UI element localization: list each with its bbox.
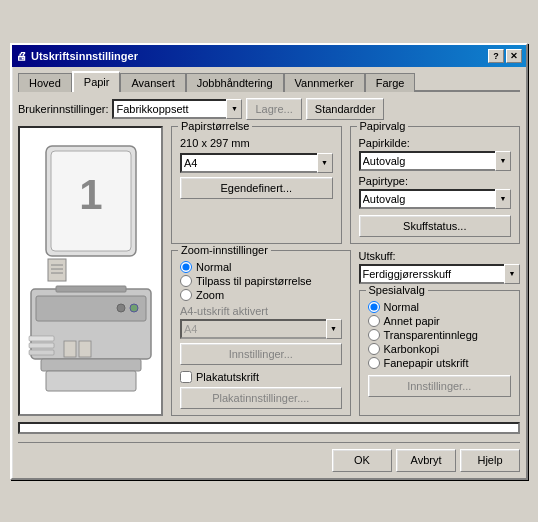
zoom-normal-label[interactable]: Normal bbox=[180, 261, 342, 273]
tab-avansert[interactable]: Avansert bbox=[120, 73, 185, 92]
close-button[interactable]: ✕ bbox=[506, 49, 522, 63]
special-transparency-radio[interactable] bbox=[368, 329, 380, 341]
special-group: Spesialvalg Normal Annet papir bbox=[359, 290, 521, 416]
special-carbon-label[interactable]: Karbonkopi bbox=[368, 343, 512, 355]
title-bar-buttons: ? ✕ bbox=[488, 49, 522, 63]
special-options: Normal Annet papir Transparentinnlegg bbox=[368, 301, 512, 369]
zoom-fit-label[interactable]: Tilpass til papirstørrelse bbox=[180, 275, 342, 287]
zoom-zoom-radio[interactable] bbox=[180, 289, 192, 301]
tab-jobbhandtering[interactable]: Jobbhåndtering bbox=[186, 73, 284, 92]
tab-bar: Hoved Papir Avansert Jobbhåndtering Vann… bbox=[18, 71, 520, 92]
bottom-bar: OK Avbryt Hjelp bbox=[18, 442, 520, 472]
source-select-wrapper: Autovalg ▼ bbox=[359, 151, 512, 171]
cancel-button[interactable]: Avbryt bbox=[396, 449, 456, 472]
output-tray-select[interactable]: Ferdiggjørersskuff bbox=[359, 264, 521, 284]
svg-text:1: 1 bbox=[79, 171, 102, 218]
special-normal-text: Normal bbox=[384, 301, 419, 313]
printer-svg: 1 bbox=[26, 141, 156, 401]
zoom-group: Zoom-innstillinger Normal Tilpass til pa… bbox=[171, 250, 351, 416]
svg-rect-11 bbox=[29, 336, 54, 341]
middle-row: Zoom-innstillinger Normal Tilpass til pa… bbox=[171, 250, 520, 416]
special-carbon-text: Karbonkopi bbox=[384, 343, 440, 355]
source-select[interactable]: Autovalg bbox=[359, 151, 512, 171]
main-body: 1 bbox=[18, 126, 520, 416]
right-panel: Papirstørrelse 210 x 297 mm A4 ▼ Egendef… bbox=[171, 126, 520, 416]
save-button[interactable]: Lagre... bbox=[246, 98, 301, 120]
zoom-zoom-label[interactable]: Zoom bbox=[180, 289, 342, 301]
special-title: Spesialvalg bbox=[366, 284, 428, 296]
help-dialog-button[interactable]: Hjelp bbox=[460, 449, 520, 472]
paper-dimensions: 210 x 297 mm bbox=[180, 137, 333, 149]
title-bar-text: 🖨 Utskriftsinnstillinger bbox=[16, 50, 138, 62]
zoom-options: Normal Tilpass til papirstørrelse Zoom bbox=[180, 261, 342, 301]
a4-select[interactable]: A4 bbox=[180, 319, 342, 339]
zoom-fit-radio[interactable] bbox=[180, 275, 192, 287]
svg-rect-9 bbox=[56, 286, 126, 292]
special-tab-label[interactable]: Fanepapir utskrift bbox=[368, 357, 512, 369]
svg-rect-14 bbox=[64, 341, 76, 357]
title-bar: 🖨 Utskriftsinnstillinger ? ✕ bbox=[12, 45, 526, 67]
a4-select-wrapper: A4 ▼ bbox=[180, 319, 342, 339]
special-carbon-radio[interactable] bbox=[368, 343, 380, 355]
special-transparency-text: Transparentinnlegg bbox=[384, 329, 478, 341]
special-other-text: Annet papir bbox=[384, 315, 440, 327]
default-button[interactable]: Standardder bbox=[306, 98, 385, 120]
svg-rect-15 bbox=[79, 341, 91, 357]
user-settings-select[interactable]: Fabrikkoppsett bbox=[112, 99, 242, 119]
tray-status-btn[interactable]: Skuffstatus... bbox=[359, 215, 512, 237]
source-row: Papirkilde: Autovalg ▼ bbox=[359, 137, 512, 171]
type-label: Papirtype: bbox=[359, 175, 512, 187]
paper-selection-title: Papirvalg bbox=[357, 120, 409, 132]
poster-label-text: Plakatutskrift bbox=[196, 371, 259, 383]
output-tray-select-wrapper: Ferdiggjørersskuff ▼ bbox=[359, 264, 521, 284]
main-window: 🖨 Utskriftsinnstillinger ? ✕ Hoved Papir… bbox=[10, 43, 528, 480]
progress-bar bbox=[18, 422, 520, 434]
svg-point-17 bbox=[130, 304, 138, 312]
svg-rect-3 bbox=[48, 259, 66, 281]
output-tray-area: Utskuff: Ferdiggjørersskuff ▼ bbox=[359, 250, 521, 284]
zoom-normal-text: Normal bbox=[196, 261, 231, 273]
paper-selection-group: Papirvalg Papirkilde: Autovalg ▼ Pa bbox=[350, 126, 521, 244]
custom-btn[interactable]: Egendefinert... bbox=[180, 177, 333, 199]
printer-preview: 1 bbox=[18, 126, 163, 416]
poster-checkbox-label[interactable]: Plakatutskrift bbox=[180, 371, 342, 383]
svg-rect-12 bbox=[29, 343, 54, 348]
zoom-title: Zoom-innstillinger bbox=[178, 244, 271, 256]
special-settings-btn[interactable]: Innstillinger... bbox=[368, 375, 512, 397]
special-other-label[interactable]: Annet papir bbox=[368, 315, 512, 327]
type-select[interactable]: Autovalg bbox=[359, 189, 512, 209]
source-label: Papirkilde: bbox=[359, 137, 512, 149]
window-title: Utskriftsinnstillinger bbox=[31, 50, 138, 62]
user-settings-row: Brukerinnstillinger: Fabrikkoppsett ▼ La… bbox=[18, 98, 520, 120]
special-transparency-label[interactable]: Transparentinnlegg bbox=[368, 329, 512, 341]
tab-vannmerker[interactable]: Vannmerker bbox=[284, 73, 365, 92]
special-other-radio[interactable] bbox=[368, 315, 380, 327]
svg-rect-8 bbox=[36, 296, 146, 321]
zoom-zoom-text: Zoom bbox=[196, 289, 224, 301]
special-normal-radio[interactable] bbox=[368, 301, 380, 313]
a4-label: A4-utskrift aktivert bbox=[180, 305, 342, 317]
special-tab-radio[interactable] bbox=[368, 357, 380, 369]
paper-size-select-wrapper: A4 ▼ bbox=[180, 153, 333, 173]
type-select-wrapper: Autovalg ▼ bbox=[359, 189, 512, 209]
help-button[interactable]: ? bbox=[488, 49, 504, 63]
tab-farge[interactable]: Farge bbox=[365, 73, 416, 92]
special-normal-label[interactable]: Normal bbox=[368, 301, 512, 313]
tab-hoved[interactable]: Hoved bbox=[18, 73, 72, 92]
paper-size-group: Papirstørrelse 210 x 297 mm A4 ▼ Egendef… bbox=[171, 126, 342, 244]
type-row: Papirtype: Autovalg ▼ bbox=[359, 175, 512, 209]
poster-checkbox[interactable] bbox=[180, 371, 192, 383]
ok-button[interactable]: OK bbox=[332, 449, 392, 472]
special-tab-text: Fanepapir utskrift bbox=[384, 357, 469, 369]
paper-size-select[interactable]: A4 bbox=[180, 153, 333, 173]
poster-settings-btn[interactable]: Plakatinnstillinger.... bbox=[180, 387, 342, 409]
svg-point-16 bbox=[117, 304, 125, 312]
user-settings-label: Brukerinnstillinger: bbox=[18, 103, 108, 115]
zoom-normal-radio[interactable] bbox=[180, 261, 192, 273]
zoom-settings-btn[interactable]: Innstillinger... bbox=[180, 343, 342, 365]
tab-papir[interactable]: Papir bbox=[72, 71, 121, 92]
output-tray-label: Utskuff: bbox=[359, 250, 521, 262]
svg-rect-10 bbox=[41, 359, 141, 371]
poster-area: Plakatutskrift Plakatinnstillinger.... bbox=[180, 371, 342, 409]
right-sub-panel: Utskuff: Ferdiggjørersskuff ▼ Spesialval… bbox=[359, 250, 521, 416]
